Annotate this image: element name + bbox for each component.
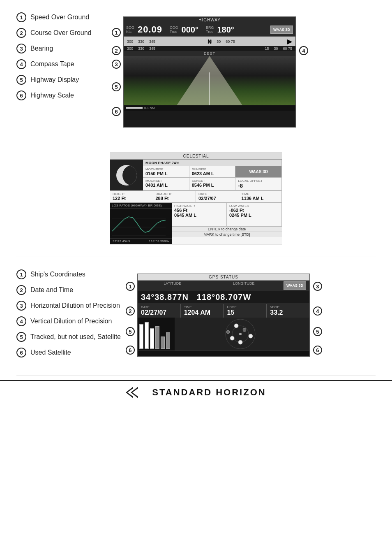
hw-true-label: True — [170, 30, 178, 34]
cel-top: MOON PHASE 74% MOONRISE 0150 PM L SUNRIS… — [110, 160, 282, 190]
cel-location-label: LOS PATOS (HIGHWAY BRIDGE) — [110, 203, 172, 209]
gps-legend-num-6: 6 — [16, 348, 26, 357]
gps-legend-label-4: Vertical Dilution of Precision — [30, 318, 112, 325]
section-gps: 1 Ship's Coordinates 2 Date and Time 3 H… — [0, 261, 392, 371]
cel-lon: 118°03.59RW — [149, 239, 169, 243]
gps-lat-label: LATITUDE — [141, 281, 204, 290]
cel-sunset-label: SUNSET — [192, 179, 233, 183]
legend-num-2: 2 — [16, 28, 26, 38]
gps-legend-label-3: Horizontal Dilution of Precision — [30, 302, 120, 309]
cel-moonrise-val: 0150 PM L — [145, 171, 187, 176]
cel-date-val: 02/27/07 — [198, 196, 236, 201]
gps-legend-label-5: Tracked, but not used, Satellite — [30, 333, 121, 341]
cel-sunrise-val: 0623 AM L — [192, 171, 233, 176]
gps-coord-row: 34°38.877N 118°08.707W — [138, 291, 309, 304]
highway-screen: HIGHWAY SOG Kts 20.09 COG True 000° BRG … — [123, 16, 296, 128]
gps-screen-wrapper: 1 2 3 4 5 5 6 6 GPS STATUS LATITUDE LONG… — [137, 274, 310, 357]
gps-legend-label-1: Ship's Coordinates — [30, 271, 85, 278]
cel-time-label: TIME — [242, 192, 279, 196]
cel-top-data: MOON PHASE 74% MOONRISE 0150 PM L SUNRIS… — [143, 160, 282, 190]
hw-brg-group: BRG True — [206, 26, 214, 34]
cel-low-water-label: LOW WATER — [229, 204, 279, 208]
sat-used-2 — [249, 334, 253, 338]
section-celestial: CELESTIAL MOON PHASE 74% MOONRISE 0150 P… — [0, 144, 392, 253]
cel-enter-row: ENTER to change date MARK to change time… — [172, 226, 282, 244]
cel-draught-cell: DRAUGHT 288 Ft — [153, 191, 196, 202]
cel-mid: HEIGHT 122 Ft DRAUGHT 288 Ft DATE 02/27/… — [110, 190, 282, 203]
hw-scale-bar: 0.1 NM — [124, 105, 295, 111]
hw-compass-right: 15 30 60 75 — [208, 39, 235, 44]
divider-1 — [16, 140, 376, 140]
cel-height-cell: HEIGHT 122 Ft — [110, 191, 153, 202]
legend-num-3: 3 — [16, 44, 26, 53]
gps-sky-view — [175, 318, 309, 350]
hw-waas-badge: WAAS 3D — [270, 26, 293, 34]
cel-moon — [116, 165, 137, 186]
gps-legend-label-2: Date and Time — [30, 286, 73, 294]
gps-lat-val: 34°38.877N — [141, 292, 189, 302]
legend-item-3: 3 Bearing — [16, 44, 107, 53]
gps-bar-1 — [139, 324, 143, 349]
cel-waas-cell: WAAS 3D — [235, 166, 282, 178]
gps-marker-4: 4 — [313, 306, 322, 316]
cel-local-offset-cell: LOCAL OFFSET -8 — [235, 178, 282, 190]
cel-title: CELESTIAL — [110, 153, 282, 160]
hw-scale-line — [126, 107, 143, 109]
gps-time-label: TIME — [184, 305, 220, 309]
hw-sog-value: 20.09 — [138, 24, 162, 35]
cel-sunrise-label: SUNRISE — [192, 167, 233, 171]
legend-label-3: Bearing — [30, 45, 53, 52]
legend-item-1: 1 Speed Over Ground — [16, 12, 107, 22]
screen-marker-4: 4 — [299, 46, 308, 55]
gps-marker-6r: 6 — [313, 346, 322, 355]
gps-lon-label: LONGITUDE — [212, 281, 275, 290]
footer-logo-svg — [126, 387, 146, 398]
hw-compass-row1: 300 330 345 N 15 30 60 75 ▶ — [124, 37, 295, 46]
gps-hdop-label: HDOP — [227, 305, 263, 309]
cel-moonrise-cell: MOONRISE 0150 PM L — [143, 166, 189, 178]
cel-chart-coords: 33°42.454N 118°03.59RW — [110, 238, 172, 244]
cel-moonset-cell: MOONSET 0401 AM L — [143, 178, 189, 190]
footer-brand-text: STANDARD HORIZON — [152, 387, 266, 398]
gps-legend-item-5: 5 Tracked, but not used, Satellite — [16, 332, 121, 342]
cel-draught-label: DRAUGHT — [156, 192, 194, 196]
hw-screen-title: HIGHWAY — [124, 17, 295, 23]
legend-num-1: 1 — [16, 12, 26, 22]
gps-bar-6 — [166, 332, 170, 349]
cel-date-label: DATE — [198, 192, 236, 196]
cel-low-water-cell: LOW WATER -062 Ft 0245 PM L — [227, 203, 282, 226]
gps-legend-num-5: 5 — [16, 332, 26, 342]
hw-road-line — [209, 72, 210, 105]
cel-high-water-cell: HIGH WATER 456 Ft 0645 AM L — [172, 203, 227, 226]
gps-marker-5: 5 — [126, 327, 135, 336]
section-highway: 1 Speed Over Ground 2 Course Over Ground… — [0, 0, 392, 136]
hw-dest-bar: DEST — [124, 51, 295, 56]
footer-logo-mark — [126, 387, 146, 398]
cel-waas-badge: WAAS 3D — [249, 169, 268, 174]
gps-screen: GPS STATUS LATITUDE LONGITUDE WAAS 3D 34… — [137, 274, 310, 357]
footer: STANDARD HORIZON — [0, 380, 392, 404]
hw-cog-value: 000° — [182, 25, 198, 35]
hw-compass-row2: 300 330 345 15 30 60 75 — [124, 46, 295, 51]
legend-label-1: Speed Over Ground — [30, 14, 89, 21]
cel-mark-text: MARK to change time [STD] — [172, 232, 282, 237]
legend-item-6: 6 Highway Scale — [16, 91, 107, 100]
screen-marker-6: 6 — [112, 107, 121, 116]
gps-marker-2: 2 — [126, 306, 135, 316]
gps-marker-3: 3 — [313, 282, 322, 291]
gps-legend-item-3: 3 Horizontal Dilution of Precision — [16, 301, 121, 311]
legend-item-4: 4 Compass Tape — [16, 59, 107, 69]
hw-brg-value: 180° — [217, 25, 234, 35]
cel-date-cell: DATE 02/27/07 — [196, 191, 239, 202]
legend-label-2: Course Over Ground — [30, 29, 92, 37]
gps-time-val: 1204 AM — [184, 309, 220, 316]
hw-sog-label: SOG — [126, 26, 134, 30]
gps-date-val: 02/27/07 — [141, 309, 177, 316]
cel-high-water-val1: 456 Ft — [174, 208, 224, 213]
cel-draught-val: 288 Ft — [156, 196, 194, 201]
hw-cog-group: COG True — [170, 26, 178, 34]
gps-date-label: DATE — [141, 305, 177, 309]
gps-vdop-val: 33.2 — [270, 309, 306, 316]
gps-legend-item-6: 6 Used Satellite — [16, 348, 121, 357]
legend-num-5: 5 — [16, 75, 26, 85]
